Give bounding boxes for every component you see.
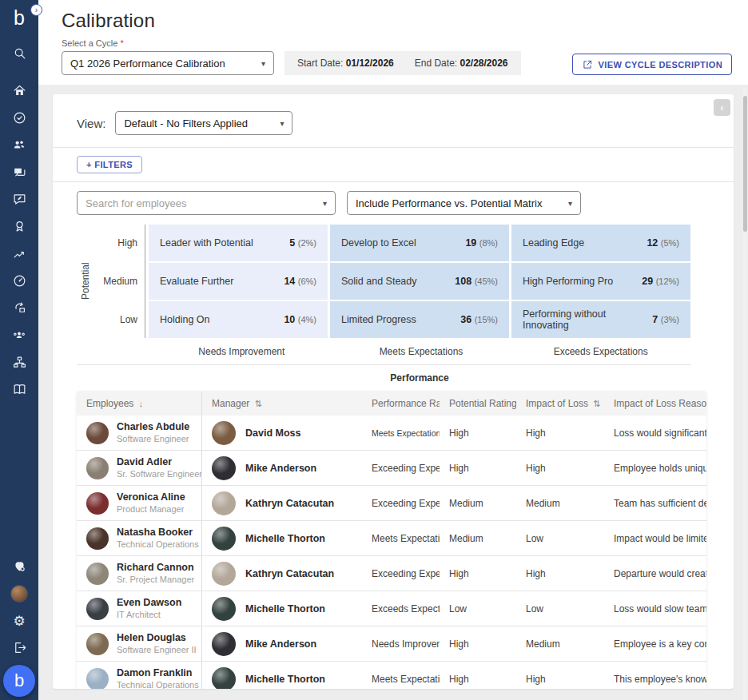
meetings-icon[interactable] — [10, 328, 29, 343]
impact-of-loss-cell[interactable]: Low — [516, 591, 604, 626]
matrix-cell[interactable]: Limited Progress 36 (15%) — [330, 301, 509, 338]
manager-cell[interactable]: Michelle Thorton — [202, 591, 362, 626]
matrix-cell[interactable]: Leading Edge 12 (5%) — [511, 225, 690, 261]
impact-of-loss-reason-cell[interactable]: Loss would significantly disrupt — [604, 416, 706, 450]
table-column-header[interactable]: Impact of Loss ⇅ — [516, 392, 604, 416]
logout-icon[interactable] — [10, 640, 29, 655]
search-icon[interactable] — [10, 46, 29, 61]
matrix-cell[interactable]: Holding On 10 (4%) — [149, 301, 328, 338]
analytics-icon[interactable] — [10, 246, 29, 261]
table-row[interactable]: Even Dawson IT Architect Michelle Thorto… — [77, 591, 706, 626]
user-avatar[interactable] — [10, 585, 28, 603]
conversations-icon[interactable] — [10, 165, 29, 180]
matrix-cell[interactable]: Leader with Potential 5 (2%) — [149, 225, 328, 261]
table-column-header[interactable]: Potential Rating ⇅ — [440, 392, 516, 416]
table-column-header[interactable]: Performance Rating ⇅ — [362, 392, 440, 416]
table-row[interactable]: Helen Douglas Software Engineer II Mike … — [77, 626, 706, 662]
impact-of-loss-cell[interactable]: High — [516, 416, 604, 450]
matrix-cell[interactable]: Performing without Innovating 7 (3%) — [511, 301, 690, 338]
employee-cell[interactable]: Even Dawson IT Architect — [77, 591, 202, 626]
matrix-cell[interactable]: High Performing Pro 29 (12%) — [511, 263, 690, 300]
table-row[interactable]: Charles Abdule Software Engineer David M… — [77, 416, 706, 451]
filters-button[interactable]: + FILTERS — [77, 156, 142, 173]
scrollbar-thumb[interactable] — [743, 96, 747, 232]
matrix-cell[interactable]: Develop to Excel 19 (8%) — [330, 225, 509, 261]
table-row[interactable]: Richard Cannon Sr. Project Manager Kathr… — [77, 556, 706, 591]
potential-rating-cell[interactable]: High — [440, 451, 516, 485]
impact-of-loss-reason-cell[interactable]: Employee holds unique instituti — [604, 451, 706, 485]
potential-rating-cell[interactable]: High — [440, 662, 516, 689]
manager-cell[interactable]: Mike Anderson — [202, 451, 362, 485]
sort-icon[interactable]: ↓ — [138, 399, 143, 408]
impact-of-loss-reason-cell[interactable]: Team has sufficient depth to ab — [604, 486, 706, 520]
performance-rating-cell[interactable]: Exceeding Expectations — [362, 451, 440, 485]
impact-of-loss-reason-cell[interactable]: Loss would slow team producti — [604, 591, 706, 626]
performance-rating-cell[interactable]: Exceeding Expectations — [362, 556, 440, 591]
impact-of-loss-cell[interactable]: High — [516, 556, 604, 591]
impact-of-loss-reason-cell[interactable]: This employee's knowledge of t — [604, 662, 706, 689]
table-row[interactable]: David Adler Sr. Software Engineer Mike A… — [77, 451, 706, 486]
brand-logo[interactable]: b — [14, 8, 25, 28]
scrollbar-track[interactable] — [743, 88, 747, 700]
potential-rating-cell[interactable]: High — [440, 556, 516, 591]
sort-icon[interactable]: ⇅ — [254, 399, 261, 409]
impact-of-loss-cell[interactable]: Low — [516, 521, 604, 555]
assistant-launcher-button[interactable]: b — [3, 665, 35, 697]
sort-icon[interactable]: ⇅ — [593, 399, 600, 409]
people-icon[interactable] — [10, 137, 29, 153]
matrix-include-select[interactable]: Include Performance vs. Potential Matrix… — [347, 191, 581, 215]
table-column-header[interactable]: Manager ⇅ — [202, 392, 362, 416]
matrix-cell[interactable]: Solid and Steady 108 (45%) — [330, 263, 509, 300]
dashboard-icon[interactable] — [10, 273, 29, 288]
table-column-header[interactable]: Employees ↓ — [77, 392, 202, 416]
employee-cell[interactable]: Damon Franklin Technical Operations M... — [77, 662, 202, 689]
impact-of-loss-cell[interactable]: Medium — [516, 486, 604, 520]
matrix-cell[interactable]: Evaluate Further 14 (6%) — [149, 263, 328, 300]
impact-of-loss-reason-cell[interactable]: Employee is a key contributor, th — [604, 626, 706, 661]
potential-rating-cell[interactable]: High — [440, 416, 516, 450]
table-row[interactable]: Veronica Aline Product Manager Kathryn C… — [77, 486, 706, 521]
table-column-header[interactable]: Impact of Loss Reason — [604, 392, 706, 416]
employee-cell[interactable]: Charles Abdule Software Engineer — [77, 416, 202, 450]
potential-rating-cell[interactable]: Low — [440, 591, 516, 626]
settings-icon[interactable]: ⚙ — [10, 614, 29, 629]
cycle-select[interactable]: Q1 2026 Performance Calibration ▾ — [62, 51, 274, 75]
sidebar-expand-button[interactable]: › — [30, 4, 42, 16]
calibration-icon[interactable] — [10, 300, 29, 316]
feedback-icon[interactable] — [10, 192, 29, 207]
employee-cell[interactable]: Veronica Aline Product Manager — [77, 486, 202, 520]
employee-cell[interactable]: Helen Douglas Software Engineer II — [77, 626, 202, 661]
performance-rating-cell[interactable]: Exceeds Expectations — [362, 591, 440, 626]
performance-rating-cell[interactable]: Needs Improvement — [362, 626, 440, 661]
recognition-icon[interactable] — [10, 219, 29, 234]
manager-cell[interactable]: Michelle Thorton — [202, 662, 362, 689]
performance-rating-cell[interactable]: Meets Expectations — [362, 662, 440, 689]
manager-cell[interactable]: Mike Anderson — [202, 626, 362, 661]
home-icon[interactable] — [10, 83, 29, 98]
employee-search-input[interactable]: Search for employees ▾ — [77, 191, 336, 215]
resources-icon[interactable] — [10, 382, 29, 397]
view-cycle-description-button[interactable]: VIEW CYCLE DESCRIPTION — [572, 54, 732, 75]
table-row[interactable]: Natasha Booker Technical Operations M...… — [77, 521, 706, 556]
manager-cell[interactable]: David Moss — [202, 416, 362, 450]
impact-of-loss-reason-cell[interactable]: Departure would create an imm — [604, 556, 706, 591]
employee-cell[interactable]: David Adler Sr. Software Engineer — [77, 451, 202, 485]
table-row[interactable]: Damon Franklin Technical Operations M...… — [77, 662, 706, 689]
manager-cell[interactable]: Kathryn Catacutan — [202, 556, 362, 591]
performance-rating-cell[interactable]: Meets Expectations — [362, 521, 440, 555]
goals-icon[interactable] — [10, 110, 29, 125]
potential-rating-cell[interactable]: High — [440, 626, 516, 661]
manager-cell[interactable]: Kathryn Catacutan — [202, 486, 362, 520]
impact-of-loss-cell[interactable]: Medium — [516, 626, 604, 661]
collapse-panel-button[interactable]: ‹ — [714, 99, 730, 116]
potential-rating-cell[interactable]: Medium — [440, 521, 516, 555]
impact-of-loss-cell[interactable]: High — [516, 451, 604, 485]
employee-cell[interactable]: Richard Cannon Sr. Project Manager — [77, 556, 202, 591]
potential-rating-cell[interactable]: Medium — [440, 486, 516, 520]
employee-cell[interactable]: Natasha Booker Technical Operations M... — [77, 521, 202, 555]
performance-rating-cell[interactable]: Exceeding Expectations — [362, 486, 440, 520]
org-chart-icon[interactable] — [10, 355, 29, 370]
performance-rating-cell[interactable]: Meets Expectations — [362, 416, 440, 450]
impact-of-loss-cell[interactable]: High — [516, 662, 604, 689]
impact-of-loss-reason-cell[interactable]: Impact would be limited to shor — [604, 521, 706, 555]
